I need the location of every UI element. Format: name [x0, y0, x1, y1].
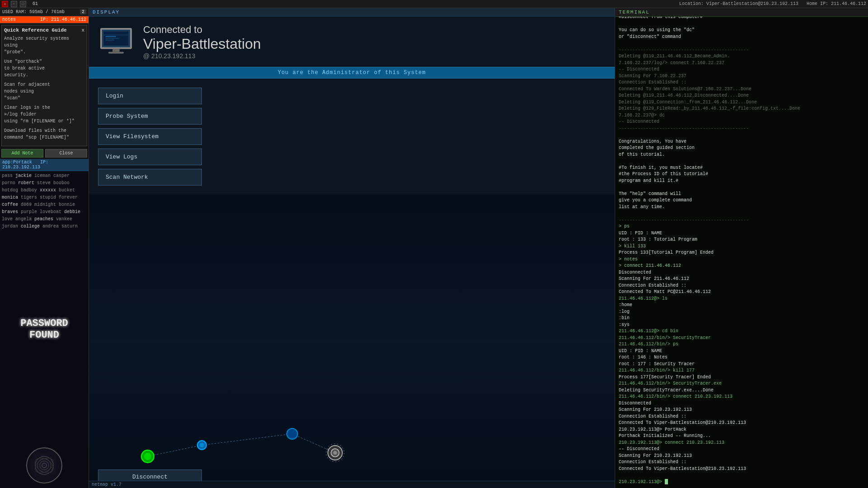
terminal-line — [619, 210, 864, 217]
quick-ref-content: Analyze security systems using"probe". U… — [4, 35, 84, 141]
terminal-line: #program and kill it.# — [619, 178, 864, 185]
terminal-line: Disconnected — [619, 270, 864, 276]
notes-bar[interactable]: notes IP: 211.46.46.112 — [0, 16, 89, 23]
left-panel: USED RAM: 595mb / 761mb 2 notes IP: 211.… — [0, 8, 89, 488]
terminal-line: > notes — [619, 256, 864, 263]
terminal-line: 210.23.192.113@> — [619, 479, 864, 486]
terminal-line — [619, 132, 864, 139]
terminal-line: Connection Established :: — [619, 79, 864, 86]
terminal-line — [619, 184, 864, 191]
terminal-line: -- Disconnected — [619, 446, 864, 453]
terminal-line: root : 177 : Security Tracer — [619, 361, 864, 368]
svg-point-3 — [42, 463, 47, 468]
terminal-output[interactable]: Note: the wildcard "*" indicates'All'. -… — [615, 17, 868, 488]
svg-point-0 — [35, 456, 53, 474]
terminal-line: :bin — [619, 315, 864, 322]
pw-word: debbie — [64, 209, 80, 215]
terminal-line: Connected To Matt PC@211.46.46.112 — [619, 289, 864, 296]
pw-word: d069 — [21, 202, 32, 208]
netmap-label: netmap v1.7 — [89, 481, 615, 488]
terminal-line: The "help" command will — [619, 191, 864, 198]
pw-word: tigers — [21, 195, 37, 201]
terminal-line: :home — [619, 302, 864, 309]
password-word-list: pass jackie iceman casper porno robert s… — [0, 171, 89, 232]
add-note-button[interactable]: Add Note — [1, 149, 43, 158]
terminal-line: 210.23.192.113@> connect 210.23.192.113 — [619, 440, 864, 446]
terminal-line — [619, 158, 864, 165]
menu-buttons: Login Probe System View Filesystem View … — [89, 79, 206, 195]
svg-line-15 — [148, 445, 202, 456]
pw-word: pass — [2, 173, 13, 179]
computer-icon — [98, 26, 134, 58]
terminal-line: 210.23.192.113@> PortHack — [619, 427, 864, 433]
connection-ip: @ 210.23.192.113 — [143, 52, 261, 60]
svg-rect-12 — [106, 36, 116, 37]
svg-line-16 — [202, 434, 292, 445]
terminal-line — [619, 40, 864, 47]
pw-word: college — [21, 223, 40, 230]
admin-banner: You are the Administrator of this System — [89, 67, 615, 79]
terminal-line: 7.160.22.237@> dc — [619, 112, 864, 119]
terminal-line: Connected To Warden Solutions@7.160.22.2… — [619, 86, 864, 93]
view-filesystem-button[interactable]: View Filesystem — [98, 128, 202, 145]
minimize-button[interactable]: − — [11, 1, 17, 7]
terminal-line: 211.46.46.112/bin/> SecurityTracer.exe — [619, 381, 864, 387]
notes-label: notes — [2, 17, 16, 22]
network-graph — [112, 420, 428, 474]
pw-word: coffee — [2, 202, 18, 208]
password-found-text: PASSWORD FOUND — [20, 318, 68, 342]
quick-ref-line-4: Clear logs in the»/log folderusing "rm [… — [4, 104, 84, 125]
terminal-line: UID : PID : NAME — [619, 230, 864, 237]
network-visualization-area: Disconnect netmap v1.7 — [89, 195, 615, 488]
pw-word: saturn — [61, 223, 78, 230]
pw-word: angela — [15, 216, 32, 223]
fingerprint-icon — [26, 447, 62, 483]
pw-word: love — [2, 216, 13, 223]
pw-word: porno — [2, 180, 15, 186]
terminal-line: 211.46.46.112/bin/> ps — [619, 341, 864, 348]
svg-point-19 — [144, 453, 151, 460]
close-button[interactable]: Close — [45, 149, 87, 158]
pw-word: loveboat — [40, 209, 61, 215]
terminal-line: list at any time. — [619, 204, 864, 211]
terminal-line: 211.46.46.112@> ls — [619, 296, 864, 302]
app-portack-bar: app:Portack IP: 210.23.192.113 — [0, 159, 89, 171]
password-crack-area: pass jackie iceman casper porno robert s… — [0, 171, 89, 488]
svg-rect-13 — [106, 37, 120, 38]
terminal-line: > kill 133 — [619, 243, 864, 250]
quick-ref-line-2: Use "porthack"to break activesecurity. — [4, 58, 84, 79]
close-window-button[interactable]: x — [2, 1, 8, 7]
pw-word: forever — [59, 195, 78, 201]
app-portack-label: app:Portack — [2, 160, 32, 165]
quick-ref-title: Quick Reference Guide — [4, 28, 67, 33]
terminal-line: Process 177[Security Tracer] Ended — [619, 374, 864, 381]
terminal-line: Connection Established :: — [619, 459, 864, 466]
pw-word: jordan — [2, 223, 18, 230]
pw-word: vankee — [56, 216, 72, 223]
terminal-line: Scanning For 210.23.192.113 — [619, 407, 864, 414]
hostname-label: Viper-Battlestation — [143, 36, 261, 52]
terminal-line: Deleting @129_FileRead:_by_211.46.46.112… — [619, 106, 864, 112]
terminal-line: ----------------------------------------… — [619, 217, 864, 224]
ram-bar: USED RAM: 595mb / 761mb 2 — [0, 8, 89, 16]
connected-text: Connected to Viper-Battlestation @ 210.2… — [143, 24, 261, 60]
svg-rect-8 — [112, 49, 120, 51]
view-logs-button[interactable]: View Logs — [98, 149, 202, 165]
terminal-line — [619, 472, 864, 479]
quick-ref-line-5: Download files with thecommand "scp [FIL… — [4, 127, 84, 141]
quick-ref-close-button[interactable]: x — [81, 28, 84, 33]
terminal-line: give you a complete command — [619, 197, 864, 204]
terminal-line: Deleting @119_211.46.46.112_Disconnected… — [619, 93, 864, 99]
top-bar-location: Location: Viper-Battlestation@210.23.192… — [679, 1, 866, 6]
probe-system-button[interactable]: Probe System — [98, 108, 202, 125]
terminal-line: root : 133 : Tutorial Program — [619, 237, 864, 243]
terminal-line: :sys — [619, 322, 864, 329]
quick-ref-line-3: Scan for adjacentnodes using"scan" — [4, 81, 84, 102]
terminal-line: ----------------------------------------… — [619, 125, 864, 132]
terminal-line: #To finish it, you must locate# — [619, 165, 864, 172]
password-found-overlay: PASSWORD FOUND — [20, 318, 68, 342]
scan-network-button[interactable]: Scan Network — [98, 169, 202, 186]
terminal-line: ----------------------------------------… — [619, 47, 864, 54]
login-button[interactable]: Login — [98, 88, 202, 104]
maximize-button[interactable]: □ — [20, 1, 26, 7]
